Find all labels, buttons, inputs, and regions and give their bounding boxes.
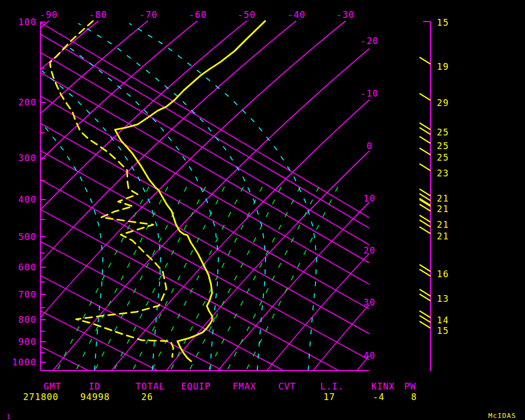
- status-value: 17: [323, 392, 335, 402]
- wind-speed-value: 29: [437, 98, 449, 108]
- temperature-right-label: 40: [363, 350, 375, 361]
- isotherm-line: [40, 21, 98, 69]
- temperature-top-label: -60: [188, 9, 207, 20]
- pressure-tick-label: 1000: [12, 357, 37, 368]
- dry-adiabat-line: [40, 151, 369, 334]
- dry-adiabat-line: [40, 72, 369, 263]
- wind-speed-value: 21: [437, 231, 449, 242]
- dry-adiabat-line: [40, 346, 88, 370]
- isotherm-line: [40, 21, 148, 114]
- status-header-total: TOTAL: [135, 381, 165, 392]
- temperature-right-label: -20: [360, 36, 379, 46]
- temperature-top-label: -90: [39, 9, 58, 20]
- wind-speed-value: 15: [437, 17, 449, 28]
- moist-adiabat-line: [79, 24, 266, 370]
- status-header-fmax: FMAX: [233, 381, 256, 392]
- status-header-gmt: GMT: [44, 381, 61, 392]
- mixing-ratio-line: [190, 181, 284, 369]
- temperature-top-label: -50: [237, 9, 256, 20]
- wind-speed-value: 13: [437, 293, 449, 304]
- wind-speed-value: 25: [437, 152, 449, 163]
- dewpoint-trace: [50, 21, 173, 357]
- moist-adiabat-line: [42, 71, 161, 370]
- mixing-ratio-line: [58, 181, 152, 369]
- wind-speed-value: 21: [437, 219, 449, 230]
- mixing-ratio-line: [171, 181, 265, 369]
- pressure-tick-label: 500: [18, 232, 37, 242]
- mixing-ratio-line: [247, 181, 341, 369]
- status-value: 94998: [80, 392, 110, 402]
- pressure-tick-label: 100: [18, 17, 37, 27]
- temperature-trace: [115, 21, 265, 361]
- status-header-equip: EQUIP: [181, 381, 211, 392]
- dry-adiabat-line: [40, 242, 282, 370]
- mcidas-skewt-window: 1002003004005006007008009001000-90-80-70…: [0, 0, 525, 420]
- wind-barb: [419, 57, 430, 64]
- temperature-right-label: 20: [363, 245, 375, 256]
- wind-speed-value: 23: [437, 168, 449, 178]
- temperature-right-label: 0: [366, 141, 373, 151]
- isotherm-line: [40, 21, 197, 161]
- status-header-li: L.I.: [320, 381, 344, 392]
- wind-speed-value: 21: [437, 204, 449, 214]
- wind-speed-value: 16: [437, 269, 449, 279]
- status-value: -4: [373, 392, 384, 402]
- pressure-tick-label: 600: [18, 262, 37, 272]
- temperature-right-label: -10: [360, 88, 379, 99]
- skewt-plot-canvas: 1002003004005006007008009001000-90-80-70…: [0, 0, 525, 420]
- pressure-tick-label: 900: [18, 337, 37, 347]
- pressure-tick-label: 300: [18, 153, 37, 163]
- wind-speed-value: 25: [437, 141, 449, 151]
- mcidas-brand-label: McIDAS: [488, 412, 516, 419]
- pressure-tick-label: 800: [18, 314, 37, 325]
- temperature-right-label: 30: [363, 297, 375, 308]
- status-header-pw: PW: [404, 381, 416, 392]
- pressure-tick-label: 200: [18, 97, 37, 108]
- isotherm-line: [112, 100, 369, 371]
- wind-barb: [419, 148, 430, 155]
- wind-speed-value: 19: [437, 61, 449, 72]
- temperature-top-label: -80: [89, 9, 107, 20]
- status-header-kinx: KINX: [371, 381, 395, 392]
- status-header-cvt: CVT: [278, 381, 296, 392]
- isotherm-line: [166, 151, 369, 370]
- wind-barb: [419, 227, 430, 234]
- wind-barb: [419, 136, 430, 143]
- wind-speed-value: 21: [437, 193, 449, 204]
- status-value: 8: [411, 392, 417, 402]
- pressure-tick-label: 700: [18, 289, 37, 300]
- wind-barb: [419, 321, 430, 328]
- temperature-top-label: -30: [336, 9, 354, 20]
- status-value: 26: [141, 392, 153, 402]
- temperature-top-label: -70: [139, 9, 158, 20]
- status-header-id: ID: [89, 381, 100, 392]
- dry-adiabat-line: [40, 96, 369, 284]
- wind-speed-value: 15: [437, 326, 449, 336]
- temperature-top-label: -40: [287, 9, 306, 20]
- isotherm-line: [313, 305, 369, 371]
- dry-adiabat-line: [40, 180, 369, 360]
- frame-number-label: 1: [6, 413, 11, 420]
- moist-adiabat-line: [130, 24, 317, 370]
- wind-barb: [419, 93, 430, 100]
- pressure-tick-label: 400: [18, 194, 37, 205]
- wind-barb: [419, 164, 430, 171]
- temperature-right-label: 10: [363, 193, 375, 204]
- wind-speed-value: 14: [437, 315, 449, 326]
- wind-speed-value: 25: [437, 127, 449, 138]
- status-value: 271800: [23, 392, 58, 402]
